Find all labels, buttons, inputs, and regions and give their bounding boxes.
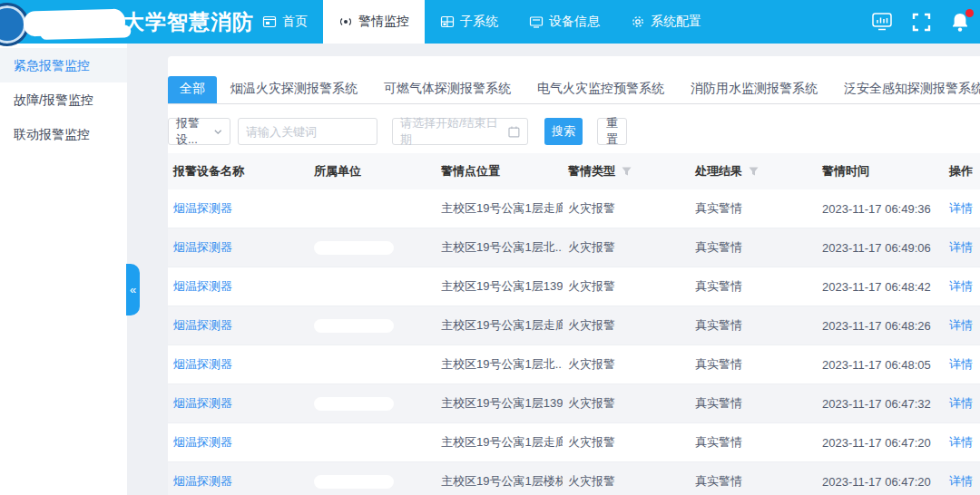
tab-all[interactable]: 全部: [168, 76, 217, 103]
device-cell: 烟温探测器: [168, 239, 309, 256]
alarm-table: 报警设备名称 所属单位 警情点位置 警情类型 处理结果 警情时间 操作 烟温探测…: [168, 153, 980, 495]
time-cell: 2023-11-17 06:47:32: [817, 397, 944, 411]
fullscreen-icon[interactable]: [910, 11, 932, 33]
col-actions: 操作: [944, 163, 980, 180]
tab-electrical-fire[interactable]: 电气火灾监控预警系统: [537, 76, 664, 103]
location-cell: 主校区19号公寓1层走廊4: [436, 434, 563, 451]
tab-fire-water[interactable]: 消防用水监测报警系统: [691, 76, 818, 103]
device-name-link[interactable]: 烟温探测器: [173, 356, 232, 373]
nav-item-home[interactable]: 首页: [247, 0, 323, 44]
device-cell: 烟温探测器: [168, 356, 309, 373]
col-alarm-type: 警情类型: [563, 163, 690, 180]
unit-redaction-blob: [314, 280, 394, 294]
tab-combustible-gas[interactable]: 可燃气体探测报警系统: [384, 76, 511, 103]
alarm-type-cell: 火灾报警: [563, 395, 690, 412]
unit-cell: [309, 319, 436, 333]
tab-smoke-temp-fire[interactable]: 烟温火灾探测报警系统: [230, 76, 358, 103]
detail-link[interactable]: 详情: [949, 200, 973, 217]
device-name-link[interactable]: 烟温探测器: [173, 239, 232, 256]
nav-item-subsystem[interactable]: 子系统: [425, 0, 514, 44]
device-cell: 烟温探测器: [168, 395, 309, 412]
device-name-link[interactable]: 烟温探测器: [173, 317, 232, 334]
device-cell: 烟温探测器: [168, 473, 309, 490]
device-name-link[interactable]: 烟温探测器: [173, 395, 232, 412]
date-range-input[interactable]: 请选择开始/结束日期: [392, 118, 528, 145]
device-name-link[interactable]: 烟温探测器: [173, 434, 232, 451]
nav-item-device-info[interactable]: 设备信息: [514, 0, 615, 44]
result-cell: 真实警情: [690, 395, 817, 412]
gear-icon: [631, 15, 645, 29]
system-tabs: 全部 烟温火灾探测报警系统 可燃气体探测报警系统 电气火灾监控预警系统 消防用水…: [168, 76, 980, 104]
time-cell: 2023-11-17 06:47:20: [817, 436, 944, 450]
sidebar-collapse-button[interactable]: «: [126, 264, 140, 315]
date-placeholder: 请选择开始/结束日期: [400, 115, 508, 148]
home-icon: [262, 15, 277, 29]
col-result: 处理结果: [690, 163, 817, 180]
table-row: 烟温探测器 主校区19号公寓1层楼梯3 火灾报警 真实警情 2023-11-17…: [168, 462, 980, 495]
data-screen-icon[interactable]: [871, 11, 893, 33]
left-sidebar: 紧急报警监控 故障/报警监控 联动报警监控: [0, 44, 127, 495]
location-cell: 主校区19号公寓1层走廊4: [436, 200, 563, 217]
detail-link[interactable]: 详情: [949, 434, 973, 451]
result-cell: 真实警情: [690, 278, 817, 295]
unit-redaction-blob: [314, 475, 394, 489]
app-title: 大学智慧消防: [123, 8, 254, 36]
alarm-type-cell: 火灾报警: [563, 473, 690, 490]
alarm-type-cell: 火灾报警: [563, 317, 690, 334]
alarm-monitor-icon: [338, 15, 353, 29]
nav-item-label: 系统配置: [651, 14, 701, 30]
table-row: 烟温探测器 主校区19号公寓1层走廊4 火灾报警 真实警情 2023-11-17…: [168, 189, 980, 228]
table-header-row: 报警设备名称 所属单位 警情点位置 警情类型 处理结果 警情时间 操作: [168, 153, 980, 189]
table-row: 烟温探测器 主校区19号公寓1层走廊4 火灾报警 真实警情 2023-11-17…: [168, 423, 980, 462]
location-cell: 主校区19号公寓1层北...: [436, 239, 563, 256]
detail-link[interactable]: 详情: [949, 278, 973, 295]
device-name-link[interactable]: 烟温探测器: [173, 200, 232, 217]
unit-redaction-blob: [314, 241, 394, 255]
col-unit: 所属单位: [309, 163, 436, 180]
unit-cell: [309, 436, 436, 450]
nav-item-system-config[interactable]: 系统配置: [615, 0, 717, 44]
content-card: 全部 烟温火灾探测报警系统 可燃气体探测报警系统 电气火灾监控预警系统 消防用水…: [168, 56, 980, 495]
detail-link[interactable]: 详情: [949, 356, 973, 373]
alarm-type-cell: 火灾报警: [563, 278, 690, 295]
detail-link[interactable]: 详情: [949, 317, 973, 334]
time-cell: 2023-11-17 06:48:26: [817, 319, 944, 333]
detail-link[interactable]: 详情: [949, 239, 973, 256]
nav-item-alarm-monitor[interactable]: 警情监控: [323, 0, 425, 44]
sidebar-item-linkage-alarm[interactable]: 联动报警监控: [0, 117, 127, 151]
tab-pan-security[interactable]: 泛安全感知探测报警系统: [844, 76, 980, 103]
navbar-right-icons: [871, 0, 971, 44]
chevron-down-icon: [214, 129, 222, 135]
device-cell: 烟温探测器: [168, 434, 309, 451]
reset-button[interactable]: 重置: [597, 118, 627, 145]
bell-icon[interactable]: [949, 11, 971, 33]
result-cell: 真实警情: [690, 356, 817, 373]
alarm-type-cell: 火灾报警: [563, 434, 690, 451]
unit-redaction-blob: [314, 319, 394, 333]
result-cell: 真实警情: [690, 200, 817, 217]
unit-cell: [309, 397, 436, 411]
table-row: 烟温探测器 主校区19号公寓1层139 火灾报警 真实警情 2023-11-17…: [168, 384, 980, 423]
detail-link[interactable]: 详情: [949, 473, 973, 490]
device-name-link[interactable]: 烟温探测器: [173, 278, 232, 295]
device-info-icon: [529, 15, 544, 29]
filter-funnel-icon[interactable]: [749, 167, 759, 176]
search-button[interactable]: 搜索: [544, 118, 583, 145]
notification-dot: [965, 9, 974, 17]
alarm-type-cell: 火灾报警: [563, 356, 690, 373]
keyword-input[interactable]: [238, 118, 377, 145]
unit-cell: [309, 475, 436, 489]
location-cell: 主校区19号公寓1层北...: [436, 356, 563, 373]
device-name-link[interactable]: 烟温探测器: [173, 473, 232, 490]
unit-redaction-blob: [314, 397, 394, 411]
sidebar-item-label: 联动报警监控: [14, 127, 90, 141]
device-cell: 烟温探测器: [168, 317, 309, 334]
collapse-chevrons-icon: «: [130, 283, 136, 296]
sidebar-item-emergency-alarm[interactable]: 紧急报警监控: [0, 48, 127, 82]
detail-link[interactable]: 详情: [949, 395, 973, 412]
alarm-type-select[interactable]: 报警设...: [168, 118, 230, 145]
nav-item-label: 设备信息: [549, 14, 600, 30]
filter-funnel-icon[interactable]: [622, 167, 632, 176]
main-nav: 首页 警情监控 子系统: [247, 0, 717, 44]
sidebar-item-fault-alarm[interactable]: 故障/报警监控: [0, 82, 127, 117]
